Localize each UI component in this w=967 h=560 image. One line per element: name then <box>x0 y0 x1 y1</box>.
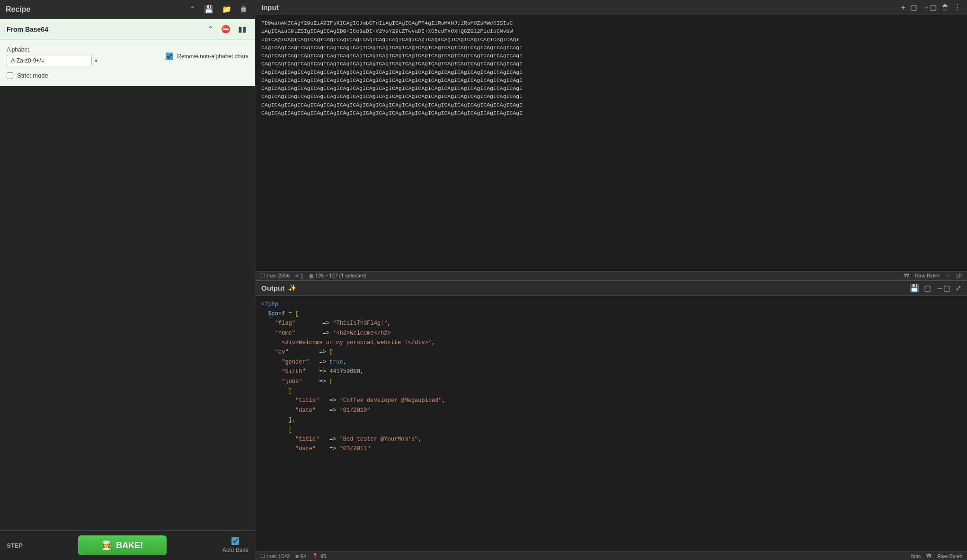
bake-emoji: 🧑‍🍳 <box>102 540 112 551</box>
section-icons: ⌃ ⛔ ▮▮ <box>205 24 248 35</box>
mac-status: ☐ mac 2056 <box>260 273 290 279</box>
right-panel: Input + ▢ →▢ 🗑 ⋮ PD9waHAKICAgY29uZiA9IFs… <box>256 0 967 560</box>
input-panel-header: Input + ▢ →▢ 🗑 ⋮ <box>256 0 967 15</box>
remove-checkbox[interactable] <box>166 53 173 60</box>
lines-icon: ≡ <box>295 273 298 278</box>
output-title: Output <box>261 284 284 292</box>
strict-mode-row: Strict mode <box>7 72 248 79</box>
strict-mode-label: Strict mode <box>17 72 48 79</box>
bottom-bar: STEP 🧑‍🍳 BAKE! Auto Bake <box>0 530 255 560</box>
save-icon[interactable]: 💾 <box>202 4 215 15</box>
arrow-icon: → <box>945 273 950 278</box>
bake-label: BAKE! <box>116 541 143 551</box>
output-panel-icons: 💾 ▢ →▢ ⤢ <box>910 284 961 293</box>
disable-section-icon[interactable]: ⛔ <box>219 24 232 35</box>
strict-mode-checkbox[interactable] <box>7 72 13 79</box>
output-mac-value: mac 1542 <box>267 553 290 559</box>
auto-bake-container: Auto Bake <box>222 537 248 553</box>
output-pos-status: 📍 95 <box>312 553 326 559</box>
alphabet-select-wrapper: A-Za-z0-9+/= <box>7 55 101 66</box>
bake-button[interactable]: 🧑‍🍳 BAKE! <box>78 535 167 555</box>
collapse-section-icon[interactable]: ⌃ <box>205 24 215 35</box>
output-mac-status: ☐ mac 1542 <box>260 553 290 559</box>
recipe-title: Recipe <box>6 5 30 14</box>
remove-label: Remove non-alphabet chars <box>177 53 248 60</box>
output-panel-header: Output ✨ 💾 ▢ →▢ ⤢ <box>256 281 967 296</box>
lines-status: ≡ 1 <box>295 273 303 278</box>
output-status-right: 8ms ₩ Raw Bytes <box>911 553 962 559</box>
left-panel: Recipe ⌃ 💾 📁 🗑 From Base64 ⌃ ⛔ ▮▮ Alphab… <box>0 0 256 560</box>
section-header: From Base64 ⌃ ⛔ ▮▮ <box>0 19 255 40</box>
input-status-bar: ☐ mac 2056 ≡ 1 ▦ 126→127 (1 selected) ₩ … <box>256 271 967 280</box>
output-mac-icon: ☐ <box>260 553 265 559</box>
raw-bytes-btn[interactable]: Raw Bytes <box>915 273 940 278</box>
copy-output-icon[interactable]: ▢ <box>924 284 931 293</box>
cursor-icon2: ₩ <box>926 553 932 559</box>
alphabet-select[interactable]: A-Za-z0-9+/= <box>7 55 92 66</box>
grid-input-icon[interactable]: ⋮ <box>954 3 961 12</box>
output-col-status: ≡ 64 <box>295 553 306 559</box>
mac-label: ☐ <box>260 273 265 279</box>
trash-icon[interactable]: 🗑 <box>238 4 249 15</box>
time-value: 8ms <box>911 553 921 559</box>
auto-bake-checkbox[interactable] <box>231 537 239 545</box>
pause-section-icon[interactable]: ▮▮ <box>236 24 248 35</box>
section-controls: Alphabet A-Za-z0-9+/= Remove non-alphabe… <box>0 40 255 86</box>
auto-bake-label: Auto Bake <box>222 547 248 553</box>
trash-input-icon[interactable]: 🗑 <box>941 3 949 12</box>
lf-label: LF <box>956 273 962 278</box>
output-pos-value: 95 <box>320 553 326 559</box>
location-icon: 📍 <box>312 553 319 559</box>
save-output-icon[interactable]: 💾 <box>910 284 919 293</box>
input-area: Input + ▢ →▢ 🗑 ⋮ PD9waHAKICAgY29uZiA9IFs… <box>256 0 967 281</box>
wand-icon: ✨ <box>288 284 296 292</box>
step-label: STEP <box>7 542 23 549</box>
add-input-icon[interactable]: + <box>901 3 905 12</box>
alphabet-label: Alphabet <box>7 46 156 53</box>
selection-status: ▦ 126→127 (1 selected) <box>309 273 366 278</box>
output-col-value: 64 <box>301 553 306 559</box>
output-col-icon: ≡ <box>295 553 298 559</box>
collapse-icon[interactable]: ⌃ <box>187 4 197 15</box>
input-status-right: ₩ Raw Bytes → LF <box>904 273 962 279</box>
output-area: Output ✨ 💾 ▢ →▢ ⤢ <?php $conf = [ "flag"… <box>256 281 967 560</box>
alphabet-row: Alphabet A-Za-z0-9+/= Remove non-alphabe… <box>7 46 248 66</box>
copy-input-icon[interactable]: ▢ <box>910 3 917 12</box>
file-input-icon[interactable]: →▢ <box>922 3 937 12</box>
recipe-header-icons: ⌃ 💾 📁 🗑 <box>187 4 249 15</box>
output-code-area[interactable]: <?php $conf = [ "flag" => "Th1sIsTh3Fl4g… <box>256 296 967 552</box>
cursor-icon: ₩ <box>904 273 909 279</box>
expand-output-icon[interactable]: ⤢ <box>955 284 961 293</box>
output-status-bar: ☐ mac 1542 ≡ 64 📍 95 8ms ₩ Raw Bytes <box>256 551 967 560</box>
alphabet-container: Alphabet A-Za-z0-9+/= <box>7 46 156 66</box>
left-spacer <box>0 86 255 530</box>
file-output-icon[interactable]: →▢ <box>936 284 950 293</box>
selection-icon: ▦ <box>309 273 313 278</box>
lines-value: 1 <box>301 273 303 278</box>
folder-icon[interactable]: 📁 <box>220 4 233 15</box>
input-panel-icons: + ▢ →▢ 🗑 ⋮ <box>901 3 961 12</box>
input-code-area[interactable]: PD9waHAKICAgY29uZiA9IFsKICAgICJmbGFnIiAg… <box>256 15 967 271</box>
mac-value: mac 2056 <box>267 273 290 278</box>
section-title: From Base64 <box>7 26 48 33</box>
remove-checkbox-row: Remove non-alphabet chars <box>166 53 248 60</box>
input-title: Input <box>261 3 279 11</box>
output-raw-bytes-btn[interactable]: Raw Bytes <box>937 553 962 559</box>
recipe-header: Recipe ⌃ 💾 📁 🗑 <box>0 0 255 19</box>
selection-value: 126→127 (1 selected) <box>315 273 366 278</box>
